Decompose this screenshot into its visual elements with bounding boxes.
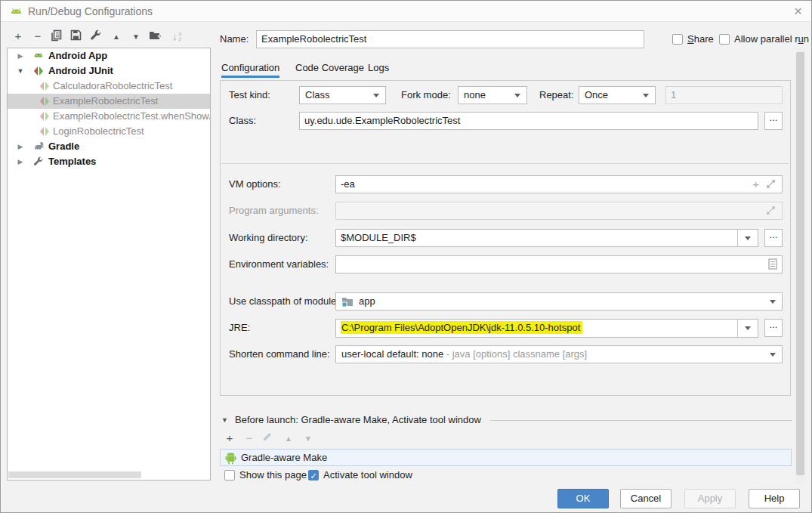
edit-defaults-wrench-icon[interactable] bbox=[90, 29, 103, 45]
jre-browse-button[interactable]: ... bbox=[764, 319, 783, 337]
remove-configuration-button[interactable]: − bbox=[31, 29, 45, 45]
chevron-down-icon bbox=[770, 300, 776, 304]
tree-item-label: ExampleRobolectricTest.whenShowActiv bbox=[53, 109, 210, 124]
expand-chevron-icon[interactable]: ▼ bbox=[15, 63, 26, 79]
class-label: Class: bbox=[229, 112, 256, 130]
tree-item-example-test-when-show[interactable]: ExampleRobolectricTest.whenShowActiv bbox=[8, 109, 210, 124]
junit-icon bbox=[39, 81, 50, 91]
vm-options-label: VM options: bbox=[229, 175, 281, 193]
tree-item-templates[interactable]: ▶ Templates bbox=[8, 154, 210, 169]
before-launch-add-button[interactable]: + bbox=[223, 431, 236, 447]
copy-configuration-icon[interactable] bbox=[51, 29, 64, 45]
android-logo-icon bbox=[10, 6, 23, 17]
tree-item-gradle[interactable]: ▶ Gradle bbox=[8, 139, 210, 154]
before-launch-task-label: Gradle-aware Make bbox=[241, 450, 327, 465]
tree-item-example-test-selected[interactable]: ExampleRobolectricTest bbox=[8, 94, 210, 109]
jre-label: JRE: bbox=[229, 319, 250, 337]
tree-item-android-app[interactable]: ▶ Android App bbox=[8, 48, 210, 63]
program-arguments-label: Program arguments: bbox=[229, 202, 319, 220]
test-kind-label: Test kind: bbox=[229, 86, 270, 104]
jre-dropdown-button[interactable] bbox=[737, 320, 758, 338]
repeat-label: Repeat: bbox=[539, 86, 574, 104]
before-launch-remove-button[interactable]: − bbox=[242, 431, 256, 447]
junit-icon bbox=[39, 111, 50, 122]
chevron-down-icon bbox=[514, 94, 520, 97]
allow-parallel-run-checkbox[interactable] bbox=[719, 34, 730, 45]
tab-configuration[interactable]: Configuration bbox=[221, 61, 279, 78]
fork-mode-select[interactable]: none bbox=[458, 86, 527, 104]
run-debug-configurations-dialog: Run/Debug Configurations × + − ▲ ▼ ↓az ▶… bbox=[0, 0, 812, 513]
environment-variables-input[interactable] bbox=[335, 255, 783, 273]
form-separator bbox=[222, 163, 789, 164]
tree-item-android-junit[interactable]: ▼ Android JUnit bbox=[8, 63, 210, 79]
module-icon bbox=[341, 296, 354, 307]
working-directory-browse-button[interactable]: ... bbox=[764, 229, 783, 247]
shorten-command-line-select[interactable]: user-local default: none - java [options… bbox=[335, 345, 783, 363]
move-up-button[interactable]: ▲ bbox=[110, 29, 123, 45]
class-browse-button[interactable]: ... bbox=[764, 112, 783, 130]
edit-env-vars-icon[interactable] bbox=[768, 258, 777, 270]
tree-item-label: ExampleRobolectricTest bbox=[53, 94, 158, 109]
save-configuration-icon[interactable] bbox=[70, 29, 84, 45]
junit-icon bbox=[33, 66, 44, 76]
show-this-page-checkbox[interactable] bbox=[224, 470, 235, 481]
fork-mode-label: Fork mode: bbox=[401, 86, 451, 104]
share-checkbox-label[interactable]: Share bbox=[687, 33, 714, 45]
expand-field-icon bbox=[766, 206, 776, 215]
chevron-down-icon bbox=[745, 326, 751, 330]
tree-item-calculadora-test[interactable]: CalculadoraRobolectricTest bbox=[8, 79, 210, 94]
chevron-down-icon bbox=[643, 94, 649, 97]
title-bar: Run/Debug Configurations × bbox=[1, 1, 812, 22]
add-vm-option-icon[interactable]: + bbox=[752, 176, 759, 193]
tab-logs[interactable]: Logs bbox=[368, 61, 389, 78]
share-checkbox[interactable] bbox=[672, 34, 683, 45]
before-launch-move-down-button[interactable]: ▼ bbox=[301, 431, 315, 447]
sort-alphabetically-icon[interactable]: ↓az bbox=[170, 29, 184, 45]
working-directory-label: Working directory: bbox=[229, 229, 308, 247]
tab-code-coverage[interactable]: Code Coverage bbox=[295, 61, 364, 78]
tree-item-label: Android App bbox=[48, 48, 107, 63]
activate-tool-window-checkbox[interactable]: ✓ bbox=[308, 470, 319, 481]
collapse-chevron-icon[interactable]: ▶ bbox=[15, 48, 26, 63]
tree-item-label: LoginRobolectricTest bbox=[53, 124, 144, 139]
close-icon[interactable]: × bbox=[794, 3, 802, 20]
help-button[interactable]: Help bbox=[749, 489, 800, 508]
allow-parallel-run-label[interactable]: Allow parallel run bbox=[734, 33, 809, 45]
name-label: Name: bbox=[220, 30, 249, 48]
jre-value-highlighted: C:\Program Files\AdoptOpenJDK\jdk-11.0.5… bbox=[341, 321, 582, 334]
before-launch-task-row[interactable]: Gradle-aware Make bbox=[220, 449, 792, 466]
right-scrollbar-thumb[interactable] bbox=[796, 52, 804, 475]
add-configuration-button[interactable]: + bbox=[11, 29, 25, 45]
class-input[interactable]: uy.edu.ude.ExampleRobolectricTest bbox=[299, 112, 758, 130]
junit-icon bbox=[39, 96, 50, 107]
test-kind-select[interactable]: Class bbox=[299, 86, 386, 104]
expand-field-icon[interactable] bbox=[766, 179, 776, 189]
new-folder-icon[interactable] bbox=[149, 29, 162, 45]
show-this-page-label[interactable]: Show this page bbox=[239, 469, 307, 481]
working-directory-combo[interactable]: $MODULE_DIR$ bbox=[335, 229, 758, 247]
activate-tool-window-label[interactable]: Activate tool window bbox=[323, 469, 412, 481]
repeat-select[interactable]: Once bbox=[579, 86, 656, 104]
before-launch-edit-pencil-icon[interactable] bbox=[262, 431, 276, 447]
program-arguments-input bbox=[335, 202, 783, 220]
collapse-chevron-icon[interactable]: ▶ bbox=[15, 154, 26, 169]
cancel-button[interactable]: Cancel bbox=[620, 489, 672, 508]
vm-options-input[interactable]: -ea + bbox=[335, 175, 783, 193]
tree-item-label: Android JUnit bbox=[48, 63, 113, 79]
working-directory-dropdown-button[interactable] bbox=[737, 230, 758, 247]
name-input[interactable]: ExampleRobolectricTest bbox=[256, 30, 644, 48]
before-launch-header: Before launch: Gradle-aware Make, Activa… bbox=[235, 411, 481, 429]
android-app-icon bbox=[33, 51, 44, 60]
before-launch-collapse-icon[interactable]: ▼ bbox=[221, 416, 228, 424]
jre-combo[interactable]: C:\Program Files\AdoptOpenJDK\jdk-11.0.5… bbox=[335, 319, 758, 338]
before-launch-move-up-button[interactable]: ▲ bbox=[282, 431, 295, 447]
apply-button[interactable]: Apply bbox=[684, 489, 736, 508]
move-down-button[interactable]: ▼ bbox=[129, 29, 143, 45]
ok-button[interactable]: OK bbox=[557, 489, 609, 508]
tree-item-login-test[interactable]: LoginRobolectricTest bbox=[8, 124, 210, 139]
shorten-command-line-label: Shorten command line: bbox=[229, 345, 330, 363]
collapse-chevron-icon[interactable]: ▶ bbox=[15, 139, 26, 154]
classpath-module-select[interactable]: app bbox=[335, 292, 783, 311]
tree-item-label: Gradle bbox=[48, 139, 79, 154]
tree-horizontal-scrollbar[interactable] bbox=[8, 471, 141, 478]
